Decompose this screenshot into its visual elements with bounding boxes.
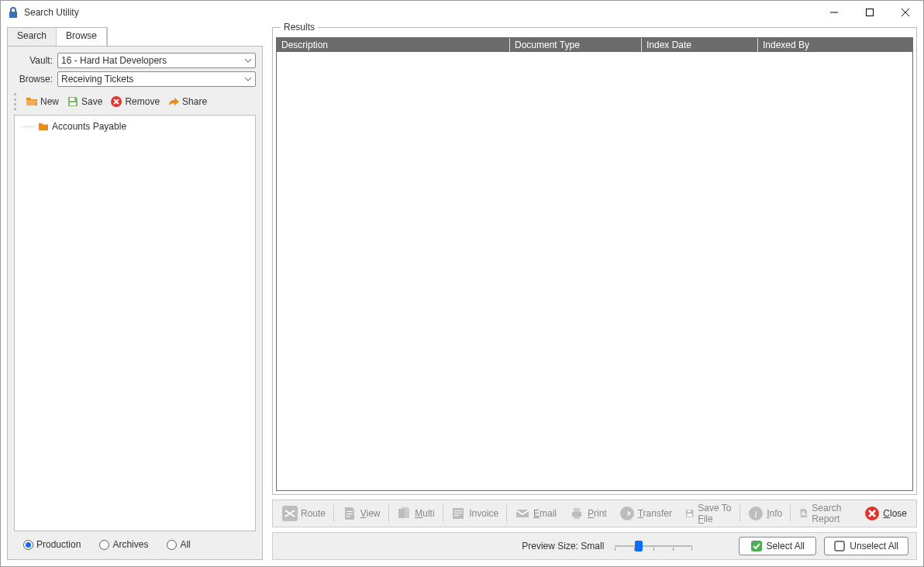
route-icon (282, 506, 298, 521)
document-icon (342, 506, 357, 521)
save-button[interactable]: Save (65, 94, 104, 109)
preview-size-slider[interactable] (615, 538, 692, 554)
radio-production[interactable]: Production (23, 539, 81, 550)
app-window: Search Utility Search Browse Vault: 16 -… (0, 0, 924, 567)
right-panel: Results Description Document Type Index … (272, 27, 917, 560)
browse-tree[interactable]: ⋯⋯ Accounts Payable (14, 115, 256, 531)
svg-rect-0 (867, 9, 874, 16)
title-bar: Search Utility (1, 1, 923, 24)
arrow-circle-icon (619, 506, 635, 521)
tab-search[interactable]: Search (8, 28, 57, 46)
browse-label: Browse: (14, 74, 53, 85)
col-index-date[interactable]: Index Date (641, 38, 757, 52)
svg-rect-8 (687, 514, 692, 517)
col-document-type[interactable]: Document Type (509, 38, 641, 52)
tab-browse[interactable]: Browse (57, 28, 107, 46)
unselect-all-button[interactable]: Unselect All (824, 537, 908, 555)
results-action-toolbar: Route View Multi Invoice (272, 500, 917, 527)
invoice-button[interactable]: Invoice (446, 503, 503, 524)
scope-radio-group: Production Archives All (14, 531, 256, 553)
info-circle-icon: i (748, 506, 764, 521)
tree-connector: ⋯⋯ (21, 123, 35, 131)
results-label: Results (281, 22, 318, 33)
svg-rect-7 (688, 510, 691, 513)
grid-header: Description Document Type Index Date Ind… (277, 38, 912, 52)
browse-row: Browse: Receiving Tickets (14, 71, 256, 87)
floppy-disk-icon (684, 506, 695, 521)
chevron-down-icon (244, 75, 252, 83)
vault-dropdown[interactable]: 16 - Hard Hat Developers (57, 53, 256, 68)
svg-text:i: i (754, 508, 757, 520)
transfer-button[interactable]: Transfer (615, 503, 677, 524)
svg-rect-13 (835, 541, 844, 551)
printer-icon (569, 506, 584, 521)
multi-button[interactable]: Multi (391, 503, 439, 524)
svg-point-6 (620, 506, 634, 520)
share-arrow-icon (167, 95, 180, 108)
search-report-button[interactable]: Search Report (794, 500, 857, 527)
maximize-button[interactable] (852, 1, 888, 24)
view-button[interactable]: View (337, 503, 385, 524)
new-button[interactable]: New (24, 94, 60, 109)
empty-square-icon (834, 541, 845, 551)
col-description[interactable]: Description (277, 38, 509, 52)
close-button[interactable]: Close (860, 503, 912, 524)
svg-rect-12 (751, 541, 762, 551)
info-button[interactable]: i Info (743, 503, 787, 524)
envelope-icon (515, 506, 530, 521)
grid-body (277, 52, 912, 490)
tree-item[interactable]: ⋯⋯ Accounts Payable (21, 120, 249, 133)
vault-value: 16 - Hard Hat Developers (61, 55, 167, 66)
radio-dot-icon (167, 540, 177, 550)
svg-rect-2 (70, 102, 76, 105)
x-circle-icon (110, 95, 122, 108)
documents-icon (396, 506, 412, 521)
preview-size-label: Preview Size: Small (522, 541, 604, 551)
select-all-button[interactable]: Select All (739, 537, 816, 555)
radio-all[interactable]: All (167, 539, 190, 550)
invoice-icon (450, 506, 466, 521)
x-circle-icon (864, 506, 880, 521)
floppy-disk-icon (67, 95, 79, 108)
report-icon (798, 506, 808, 521)
remove-button[interactable]: Remove (109, 94, 161, 109)
print-button[interactable]: Print (564, 503, 612, 524)
check-square-icon (751, 541, 762, 551)
vault-label: Vault: (14, 55, 53, 66)
folder-open-icon (26, 95, 38, 108)
chevron-down-icon (244, 57, 252, 64)
browse-value: Receiving Tickets (61, 74, 133, 85)
minimize-button[interactable] (816, 1, 852, 24)
close-window-button[interactable] (888, 1, 923, 24)
radio-dot-icon (99, 540, 109, 550)
vault-row: Vault: 16 - Hard Hat Developers (14, 53, 256, 68)
save-to-file-button[interactable]: Save To File (680, 500, 737, 527)
radio-archives[interactable]: Archives (99, 539, 148, 550)
route-button[interactable]: Route (278, 503, 330, 524)
left-panel: Search Browse Vault: 16 - Hard Hat Devel… (7, 27, 263, 560)
svg-rect-1 (70, 98, 74, 101)
folder-icon (38, 122, 49, 131)
results-grid[interactable]: Description Document Type Index Date Ind… (276, 37, 913, 491)
browse-toolbar: New Save Remove (14, 93, 256, 110)
col-indexed-by[interactable]: Indexed By (757, 38, 858, 52)
tree-item-label: Accounts Payable (52, 121, 126, 132)
radio-dot-icon (23, 540, 33, 550)
lock-icon (7, 6, 19, 19)
results-group: Results Description Document Type Index … (272, 27, 917, 495)
left-tabs: Search Browse (7, 27, 108, 46)
browse-dropdown[interactable]: Receiving Tickets (57, 71, 256, 87)
email-button[interactable]: Email (510, 503, 561, 524)
bottom-bar: Preview Size: Small Select All (272, 532, 917, 560)
browse-panel: Vault: 16 - Hard Hat Developers Browse: … (7, 46, 263, 560)
content-area: Search Browse Vault: 16 - Hard Hat Devel… (1, 24, 923, 566)
share-button[interactable]: Share (166, 94, 209, 109)
window-title: Search Utility (24, 7, 79, 18)
